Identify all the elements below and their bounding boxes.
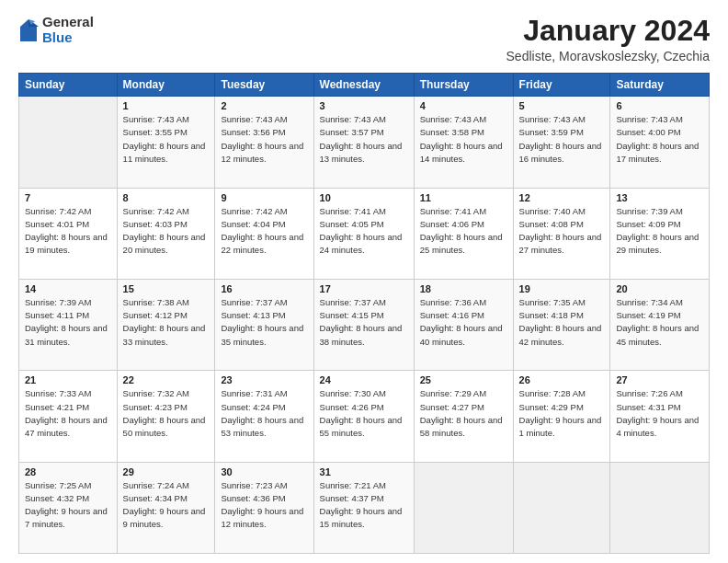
day-number: 13 [616,192,703,203]
day-number: 10 [320,192,408,203]
week-row-5: 28Sunrise: 7:25 AMSunset: 4:32 PMDayligh… [19,462,710,553]
day-info: Sunrise: 7:41 AMSunset: 4:06 PMDaylight:… [420,205,507,258]
weekday-header-row: SundayMondayTuesdayWednesdayThursdayFrid… [19,74,710,97]
week-row-1: 1Sunrise: 7:43 AMSunset: 3:55 PMDaylight… [19,97,710,188]
day-info: Sunrise: 7:28 AMSunset: 4:29 PMDaylight:… [519,387,605,440]
day-info: Sunrise: 7:29 AMSunset: 4:27 PMDaylight:… [420,387,507,440]
day-number: 14 [25,283,111,294]
day-info: Sunrise: 7:39 AMSunset: 4:09 PMDaylight:… [616,205,703,258]
title-block: January 2024 Sedliste, Moravskoslezsky, … [506,15,710,63]
day-number: 29 [123,466,210,477]
logo-general-text: General [42,15,94,30]
day-info: Sunrise: 7:43 AMSunset: 4:00 PMDaylight:… [616,113,703,166]
day-cell: 4Sunrise: 7:43 AMSunset: 3:58 PMDaylight… [414,97,513,188]
day-cell: 31Sunrise: 7:21 AMSunset: 4:37 PMDayligh… [313,462,414,553]
day-info: Sunrise: 7:31 AMSunset: 4:24 PMDaylight:… [221,387,307,440]
day-cell [19,97,118,188]
day-info: Sunrise: 7:23 AMSunset: 4:36 PMDaylight:… [221,479,307,532]
day-cell: 26Sunrise: 7:28 AMSunset: 4:29 PMDayligh… [513,371,610,462]
day-cell: 10Sunrise: 7:41 AMSunset: 4:05 PMDayligh… [313,188,414,279]
day-cell: 20Sunrise: 7:34 AMSunset: 4:19 PMDayligh… [610,279,710,370]
weekday-header-sunday: Sunday [19,74,118,97]
day-info: Sunrise: 7:43 AMSunset: 3:59 PMDaylight:… [519,113,605,166]
day-cell [610,462,710,553]
day-cell: 14Sunrise: 7:39 AMSunset: 4:11 PMDayligh… [19,279,118,370]
day-number: 18 [420,283,507,294]
day-number: 31 [320,466,408,477]
weekday-header-friday: Friday [513,74,610,97]
day-cell: 25Sunrise: 7:29 AMSunset: 4:27 PMDayligh… [414,371,513,462]
day-number: 5 [519,100,605,111]
week-row-2: 7Sunrise: 7:42 AMSunset: 4:01 PMDaylight… [19,188,710,279]
day-info: Sunrise: 7:43 AMSunset: 3:58 PMDaylight:… [420,113,507,166]
day-number: 12 [519,192,605,203]
day-info: Sunrise: 7:37 AMSunset: 4:13 PMDaylight:… [221,296,307,349]
calendar-table: SundayMondayTuesdayWednesdayThursdayFrid… [18,73,710,554]
month-title: January 2024 [506,15,710,47]
day-cell: 13Sunrise: 7:39 AMSunset: 4:09 PMDayligh… [610,188,710,279]
day-number: 2 [221,100,307,111]
day-info: Sunrise: 7:42 AMSunset: 4:04 PMDaylight:… [221,205,307,258]
day-info: Sunrise: 7:43 AMSunset: 3:56 PMDaylight:… [221,113,307,166]
day-number: 3 [320,100,408,111]
day-info: Sunrise: 7:43 AMSunset: 3:57 PMDaylight:… [320,113,408,166]
day-cell: 24Sunrise: 7:30 AMSunset: 4:26 PMDayligh… [313,371,414,462]
day-cell: 16Sunrise: 7:37 AMSunset: 4:13 PMDayligh… [215,279,313,370]
day-cell: 22Sunrise: 7:32 AMSunset: 4:23 PMDayligh… [117,371,215,462]
day-info: Sunrise: 7:26 AMSunset: 4:31 PMDaylight:… [616,387,703,440]
day-cell: 6Sunrise: 7:43 AMSunset: 4:00 PMDaylight… [610,97,710,188]
day-number: 15 [123,283,210,294]
day-cell: 29Sunrise: 7:24 AMSunset: 4:34 PMDayligh… [117,462,215,553]
day-number: 24 [320,374,408,385]
week-row-4: 21Sunrise: 7:33 AMSunset: 4:21 PMDayligh… [19,371,710,462]
day-number: 23 [221,374,307,385]
logo: General Blue [18,15,94,45]
day-info: Sunrise: 7:43 AMSunset: 3:55 PMDaylight:… [123,113,210,166]
day-cell: 17Sunrise: 7:37 AMSunset: 4:15 PMDayligh… [313,279,414,370]
day-info: Sunrise: 7:37 AMSunset: 4:15 PMDaylight:… [320,296,408,349]
day-info: Sunrise: 7:36 AMSunset: 4:16 PMDaylight:… [420,296,507,349]
day-cell: 19Sunrise: 7:35 AMSunset: 4:18 PMDayligh… [513,279,610,370]
location: Sedliste, Moravskoslezsky, Czechia [506,49,710,63]
weekday-header-saturday: Saturday [610,74,710,97]
day-info: Sunrise: 7:42 AMSunset: 4:03 PMDaylight:… [123,205,210,258]
day-info: Sunrise: 7:35 AMSunset: 4:18 PMDaylight:… [519,296,605,349]
day-number: 19 [519,283,605,294]
day-cell: 7Sunrise: 7:42 AMSunset: 4:01 PMDaylight… [19,188,118,279]
day-cell [414,462,513,553]
day-cell: 11Sunrise: 7:41 AMSunset: 4:06 PMDayligh… [414,188,513,279]
day-number: 11 [420,192,507,203]
weekday-header-tuesday: Tuesday [215,74,313,97]
day-info: Sunrise: 7:25 AMSunset: 4:32 PMDaylight:… [25,479,111,532]
day-cell: 9Sunrise: 7:42 AMSunset: 4:04 PMDaylight… [215,188,313,279]
day-cell: 12Sunrise: 7:40 AMSunset: 4:08 PMDayligh… [513,188,610,279]
day-cell: 28Sunrise: 7:25 AMSunset: 4:32 PMDayligh… [19,462,118,553]
header: General Blue January 2024 Sedliste, Mora… [18,15,710,63]
day-cell: 15Sunrise: 7:38 AMSunset: 4:12 PMDayligh… [117,279,215,370]
day-cell: 30Sunrise: 7:23 AMSunset: 4:36 PMDayligh… [215,462,313,553]
page: General Blue January 2024 Sedliste, Mora… [0,0,728,563]
day-number: 22 [123,374,210,385]
day-cell: 1Sunrise: 7:43 AMSunset: 3:55 PMDaylight… [117,97,215,188]
day-number: 28 [25,466,111,477]
day-cell: 27Sunrise: 7:26 AMSunset: 4:31 PMDayligh… [610,371,710,462]
logo-icon [18,17,39,43]
day-number: 30 [221,466,307,477]
day-info: Sunrise: 7:34 AMSunset: 4:19 PMDaylight:… [616,296,703,349]
day-info: Sunrise: 7:40 AMSunset: 4:08 PMDaylight:… [519,205,605,258]
day-cell: 21Sunrise: 7:33 AMSunset: 4:21 PMDayligh… [19,371,118,462]
day-cell [513,462,610,553]
day-number: 20 [616,283,703,294]
day-info: Sunrise: 7:32 AMSunset: 4:23 PMDaylight:… [123,387,210,440]
day-info: Sunrise: 7:30 AMSunset: 4:26 PMDaylight:… [320,387,408,440]
day-cell: 2Sunrise: 7:43 AMSunset: 3:56 PMDaylight… [215,97,313,188]
day-number: 4 [420,100,507,111]
day-number: 21 [25,374,111,385]
day-number: 26 [519,374,605,385]
day-number: 9 [221,192,307,203]
day-info: Sunrise: 7:39 AMSunset: 4:11 PMDaylight:… [25,296,111,349]
day-number: 7 [25,192,111,203]
day-info: Sunrise: 7:42 AMSunset: 4:01 PMDaylight:… [25,205,111,258]
day-info: Sunrise: 7:24 AMSunset: 4:34 PMDaylight:… [123,479,210,532]
day-number: 27 [616,374,703,385]
